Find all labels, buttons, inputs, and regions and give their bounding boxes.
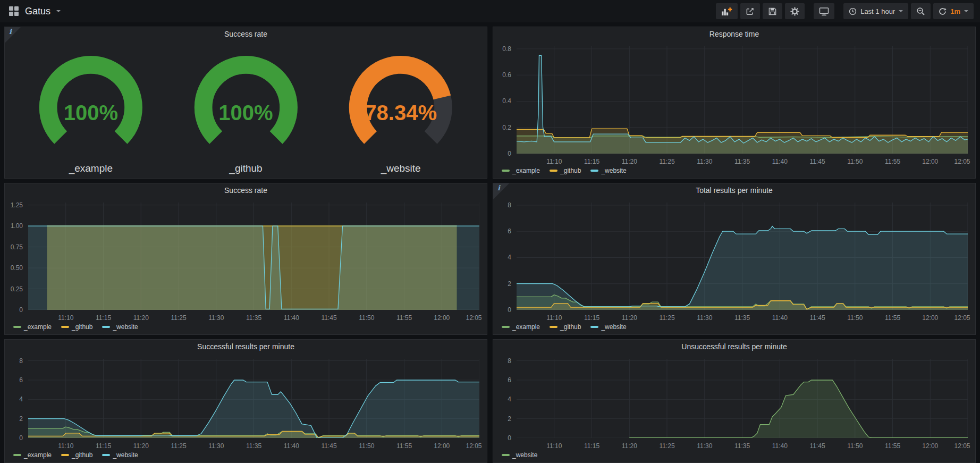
x-tick-label: 12:00 bbox=[922, 314, 938, 322]
y-tick-label: 8 bbox=[19, 357, 23, 365]
y-axis: 02468 bbox=[8, 359, 26, 438]
y-tick-label: 2 bbox=[19, 415, 23, 423]
x-tick-label: 11:10 bbox=[58, 314, 73, 322]
chart-body: 00.20.40.60.811:1011:1511:2011:2511:3011… bbox=[493, 41, 975, 178]
x-axis: 11:1011:1511:2011:2511:3011:3511:4011:45… bbox=[28, 440, 479, 450]
panel-info-corner[interactable] bbox=[5, 27, 21, 43]
legend-item-_website[interactable]: _website bbox=[590, 323, 626, 331]
x-tick-label: 11:45 bbox=[321, 314, 336, 322]
legend-swatch bbox=[61, 454, 69, 456]
panel-title[interactable]: Successful results per minute bbox=[5, 340, 487, 353]
legend-item-_example[interactable]: _example bbox=[13, 323, 52, 331]
y-tick-label: 0 bbox=[19, 306, 23, 314]
dashboard-title[interactable]: Gatus bbox=[25, 6, 50, 17]
panel-title[interactable]: Success rate bbox=[5, 183, 487, 197]
refresh-button[interactable]: 1m bbox=[933, 3, 974, 19]
y-tick-label: 1.25 bbox=[11, 201, 23, 209]
plot-region[interactable]: 0246811:1011:1511:2011:2511:3011:3511:40… bbox=[496, 198, 971, 322]
panel-title[interactable]: Total results per minute bbox=[493, 183, 975, 197]
y-tick-label: 8 bbox=[508, 357, 511, 365]
chart-canvas bbox=[517, 46, 968, 154]
x-tick-label: 11:40 bbox=[772, 442, 788, 450]
y-tick-label: 8 bbox=[508, 201, 511, 209]
x-tick-label: 11:30 bbox=[208, 314, 224, 322]
y-axis: 00.250.500.751.001.25 bbox=[8, 203, 26, 310]
y-axis: 02468 bbox=[496, 359, 514, 438]
gear-icon bbox=[790, 7, 799, 16]
save-icon bbox=[768, 7, 777, 16]
legend-swatch bbox=[590, 326, 598, 328]
x-tick-label: 12:00 bbox=[922, 158, 938, 165]
legend-item-_example[interactable]: _example bbox=[502, 323, 540, 331]
share-button[interactable] bbox=[740, 3, 760, 19]
plot-region[interactable]: 0246811:1011:1511:2011:2511:3011:3511:40… bbox=[496, 355, 971, 450]
x-tick-label: 11:15 bbox=[96, 442, 111, 450]
x-axis: 11:1011:1511:2011:2511:3011:3511:4011:45… bbox=[517, 312, 968, 322]
panel-info-corner[interactable] bbox=[493, 183, 509, 199]
plot-region[interactable]: 00.20.40.60.811:1011:1511:2011:2511:3011… bbox=[496, 42, 971, 165]
y-tick-label: 0 bbox=[19, 434, 23, 442]
legend-swatch bbox=[61, 326, 69, 328]
y-tick-label: 0.75 bbox=[11, 243, 23, 251]
legend-swatch bbox=[502, 170, 510, 172]
legend: _example_github_website bbox=[493, 322, 975, 334]
chart-body: 00.250.500.751.001.2511:1011:1511:2011:2… bbox=[5, 197, 487, 334]
legend-swatch bbox=[13, 326, 21, 328]
y-tick-label: 6 bbox=[19, 376, 23, 384]
legend-item-_website[interactable]: _website bbox=[590, 167, 626, 174]
x-tick-label: 11:20 bbox=[622, 314, 637, 322]
navbar: Gatus bbox=[0, 0, 980, 22]
legend-swatch bbox=[502, 454, 510, 456]
x-tick-label: 11:20 bbox=[622, 442, 637, 450]
x-tick-label: 12:00 bbox=[922, 442, 938, 450]
panel-successful-results: Successful results per minute 0246811:10… bbox=[4, 339, 487, 463]
cycle-view-button[interactable] bbox=[814, 3, 834, 19]
legend-label: _website bbox=[512, 451, 537, 459]
settings-button[interactable] bbox=[785, 3, 805, 19]
panel-title[interactable]: Response time bbox=[493, 27, 975, 41]
legend-label: _website bbox=[601, 323, 626, 331]
legend: _example_github_website bbox=[5, 322, 487, 334]
legend-item-_example[interactable]: _example bbox=[502, 167, 540, 174]
legend-item-_github[interactable]: _github bbox=[550, 167, 581, 174]
chart-canvas bbox=[517, 203, 968, 310]
legend-item-_website[interactable]: _website bbox=[102, 451, 138, 459]
panel-title[interactable]: Unsuccessful results per minute bbox=[493, 340, 975, 353]
x-tick-label: 11:30 bbox=[697, 158, 712, 165]
apps-grid-icon[interactable] bbox=[9, 6, 19, 16]
y-tick-label: 4 bbox=[508, 395, 511, 403]
legend-item-_example[interactable]: _example bbox=[13, 451, 52, 459]
legend-item-_github[interactable]: _github bbox=[550, 323, 581, 331]
x-tick-label: 11:55 bbox=[396, 314, 412, 322]
plot-region[interactable]: 0246811:1011:1511:2011:2511:3011:3511:40… bbox=[8, 355, 483, 450]
x-tick-label: 12:05 bbox=[954, 158, 970, 165]
y-tick-label: 0.6 bbox=[502, 71, 511, 79]
legend-item-_website[interactable]: _website bbox=[102, 323, 138, 331]
x-tick-label: 11:35 bbox=[246, 442, 261, 450]
save-button[interactable] bbox=[763, 3, 782, 19]
legend-label: _github bbox=[72, 323, 92, 331]
info-icon[interactable]: i bbox=[497, 184, 500, 192]
x-tick-label: 11:55 bbox=[885, 158, 900, 165]
add-panel-button[interactable] bbox=[716, 3, 738, 19]
gauge-website: 78.34% _website bbox=[323, 44, 478, 176]
chevron-down-icon[interactable] bbox=[56, 10, 61, 12]
legend-item-_github[interactable]: _github bbox=[61, 323, 92, 331]
clock-icon bbox=[849, 7, 857, 15]
plot-region[interactable]: 00.250.500.751.001.2511:1011:1511:2011:2… bbox=[8, 198, 483, 322]
legend-item-_github[interactable]: _github bbox=[61, 451, 92, 459]
legend: _website bbox=[493, 450, 975, 462]
x-tick-label: 11:55 bbox=[885, 442, 900, 450]
legend-item-_website[interactable]: _website bbox=[502, 451, 537, 459]
chart-canvas bbox=[517, 359, 968, 438]
info-icon[interactable]: i bbox=[9, 28, 12, 36]
x-tick-label: 11:50 bbox=[847, 442, 863, 450]
time-range-button[interactable]: Last 1 hour bbox=[843, 3, 908, 19]
x-tick-label: 11:55 bbox=[396, 442, 412, 450]
x-tick-label: 11:30 bbox=[697, 442, 712, 450]
panel-title[interactable]: Success rate bbox=[5, 27, 487, 41]
zoom-out-button[interactable] bbox=[911, 3, 931, 19]
legend: _example_github_website bbox=[5, 450, 487, 462]
y-tick-label: 0 bbox=[508, 150, 511, 157]
x-tick-label: 11:15 bbox=[584, 158, 599, 165]
